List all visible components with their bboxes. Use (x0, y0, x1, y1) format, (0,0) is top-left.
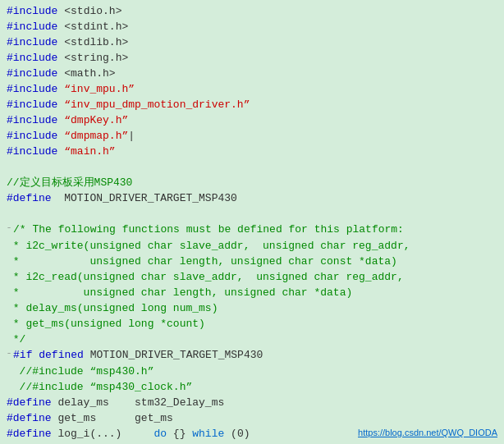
fold-marker[interactable]: ⁻ (7, 222, 11, 238)
code-line-9: #include “dmpmap.h”| (0, 128, 504, 144)
code-line-4: #include <string.h> (0, 50, 504, 66)
code-line-20: * delay_ms(unsigned long num_ms) (0, 300, 504, 316)
code-line-6: #include “inv_mpu.h” (0, 81, 504, 97)
code-line-22: */ (0, 332, 504, 347)
fold-marker-2[interactable]: ⁻ (7, 348, 11, 364)
code-editor: #include <stdio.h> #include <stdint.h> #… (0, 0, 504, 444)
code-line-19: * unsigned char length, unsigned char *d… (0, 285, 504, 300)
code-line-18: * i2c_read(unsigned char slave_addr, uns… (0, 269, 504, 285)
code-line-7: #include “inv_mpu_dmp_motion_driver.h” (0, 97, 504, 112)
code-line-21: * get_ms(unsigned long *count) (0, 316, 504, 332)
code-line-15: ⁻ /* The following functions must be def… (0, 222, 504, 238)
code-line-2: #include <stdint.h> (0, 19, 504, 34)
code-line-10: #include “main.h” (0, 144, 504, 159)
code-line-27: #define get_ms get_ms (0, 410, 504, 426)
code-line-11 (0, 159, 504, 175)
code-line-25: //#include “msp430_clock.h” (0, 379, 504, 395)
code-line-24: //#include “msp430.h” (0, 364, 504, 379)
code-line-16: * i2c_write(unsigned char slave_addr, un… (0, 238, 504, 254)
code-line-12: //定义目标板采用MSP430 (0, 175, 504, 190)
code-line-1: #include <stdio.h> (0, 3, 504, 19)
code-line-5: #include <math.h> (0, 66, 504, 81)
code-line-17: * unsigned char length, unsigned char co… (0, 254, 504, 269)
keyword: #include (7, 5, 57, 17)
code-line-26: #define delay_ms stm32_Delay_ms (0, 395, 504, 410)
code-line-8: #include “dmpKey.h” (0, 112, 504, 128)
code-line-23: ⁻ #if defined MOTION_DRIVER_TARGET_MSP43… (0, 347, 504, 364)
code-line-13: #define MOTION_DRIVER_TARGET_MSP430 (0, 190, 504, 206)
code-line-3: #include <stdlib.h> (0, 34, 504, 50)
code-line-14 (0, 206, 504, 222)
watermark[interactable]: https://blog.csdn.net/QWQ_DIODA (358, 428, 497, 437)
